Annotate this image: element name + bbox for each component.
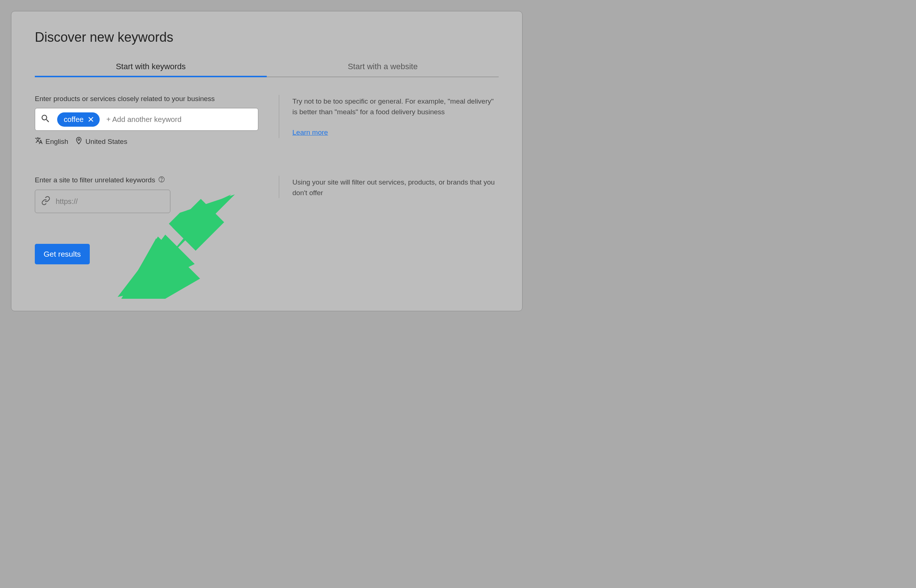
link-icon	[41, 196, 50, 207]
remove-keyword-button[interactable]	[87, 116, 94, 123]
search-icon	[40, 113, 50, 125]
location-pin-icon	[75, 137, 83, 147]
language-label: English	[45, 138, 68, 146]
svg-marker-20	[121, 236, 200, 299]
site-help-text: Using your site will filter out services…	[292, 177, 498, 198]
site-filter-label: Enter a site to filter unrelated keyword…	[35, 176, 155, 184]
site-url-input[interactable]: https://	[35, 190, 170, 213]
keywords-help-text: Try not to be too specific or general. F…	[292, 96, 498, 117]
location-label: United States	[85, 138, 127, 146]
page-title: Discover new keywords	[35, 30, 498, 45]
tab-start-with-keywords[interactable]: Start with keywords	[35, 57, 267, 76]
discover-keywords-card: Discover new keywords Start with keyword…	[11, 11, 523, 311]
keyword-chip: coffee	[57, 112, 100, 127]
svg-marker-11	[129, 238, 187, 297]
language-selector[interactable]: English	[35, 137, 68, 147]
tabs: Start with keywords Start with a website	[35, 57, 498, 77]
keywords-help: Try not to be too specific or general. F…	[279, 95, 498, 138]
site-url-placeholder: https://	[56, 197, 78, 206]
translate-icon	[35, 137, 43, 147]
svg-point-2	[78, 139, 80, 141]
learn-more-link[interactable]: Learn more	[292, 128, 328, 138]
svg-point-4	[162, 181, 162, 181]
locale-row: English United States	[35, 137, 258, 147]
location-selector[interactable]: United States	[75, 137, 127, 147]
svg-marker-6	[118, 235, 194, 297]
add-keyword-placeholder[interactable]: + Add another keyword	[106, 115, 181, 124]
svg-marker-12	[129, 260, 165, 297]
get-results-button[interactable]: Get results	[35, 244, 90, 264]
tab-start-with-website[interactable]: Start with a website	[267, 57, 498, 76]
svg-marker-14	[123, 238, 196, 297]
site-help: Using your site will filter out services…	[279, 176, 498, 198]
keyword-input[interactable]: coffee + Add another keyword	[35, 108, 258, 131]
keyword-chip-label: coffee	[64, 115, 84, 124]
keywords-label: Enter products or services closely relat…	[35, 95, 258, 103]
keywords-row: Enter products or services closely relat…	[35, 95, 498, 147]
help-icon[interactable]	[158, 176, 165, 184]
site-row: Enter a site to filter unrelated keyword…	[35, 176, 498, 213]
